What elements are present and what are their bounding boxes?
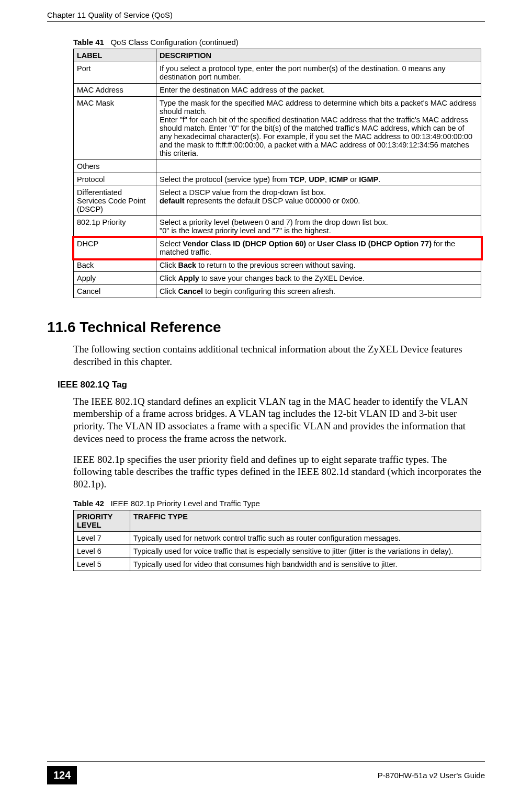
section-intro: The following section contains additiona… — [73, 343, 485, 368]
table-row: MAC Mask Type the mask for the specified… — [74, 97, 481, 160]
table42-head-traffic: TRAFFIC TYPE — [130, 510, 481, 531]
table41-head-label: LABEL — [74, 49, 156, 62]
row-8021p-label: 802.1p Priority — [74, 216, 156, 237]
table-row: Port If you select a protocol type, ente… — [74, 62, 481, 84]
table-row: MAC Address Enter the destination MAC ad… — [74, 84, 481, 97]
table-row: Back Click Back to return to the previou… — [74, 259, 481, 272]
table42-caption-text: IEEE 802.1p Priority Level and Traffic T… — [110, 499, 259, 508]
row-level7-desc: Typically used for network control traff… — [130, 531, 481, 544]
row-dhcp-label: DHCP — [74, 237, 156, 259]
row-port-label: Port — [74, 62, 156, 84]
row-level7-label: Level 7 — [74, 531, 130, 544]
table-row-dhcp: DHCP Select Vendor Class ID (DHCP Option… — [74, 237, 481, 259]
page-number: 124 — [47, 766, 77, 784]
row-macmask-label: MAC Mask — [74, 97, 156, 160]
row-dscp-desc: Select a DSCP value from the drop-down l… — [156, 186, 481, 216]
table42-caption-label: Table 42 — [73, 499, 104, 508]
table-row: Others — [74, 160, 481, 173]
ieee-paragraph-2: IEEE 802.1p specifies the user priority … — [73, 453, 485, 491]
page-footer: 124 P-870HW-51a v2 User's Guide — [0, 761, 532, 784]
table41-caption: Table 41 QoS Class Configuration (contin… — [73, 38, 485, 47]
row-others-desc — [156, 160, 481, 173]
table41-caption-label: Table 41 — [73, 38, 104, 47]
row-macaddr-desc: Enter the destination MAC address of the… — [156, 84, 481, 97]
row-dhcp-desc: Select Vendor Class ID (DHCP Option 60) … — [156, 237, 481, 259]
table-row: Level 6 Typically used for voice traffic… — [74, 544, 481, 557]
row-cancel-desc: Click Cancel to begin configuring this s… — [156, 285, 481, 298]
row-protocol-desc: Select the protocol (service type) from … — [156, 173, 481, 186]
header-rule — [47, 21, 485, 22]
table41-header-row: LABEL DESCRIPTION — [74, 49, 481, 62]
table-row: Level 5 Typically used for video that co… — [74, 557, 481, 571]
table-row: Protocol Select the protocol (service ty… — [74, 173, 481, 186]
row-cancel-label: Cancel — [74, 285, 156, 298]
row-dscp-label: Differentiated Services Code Point (DSCP… — [74, 186, 156, 216]
row-level6-desc: Typically used for voice traffic that is… — [130, 544, 481, 557]
subheading-ieee8021q: IEEE 802.1Q Tag — [58, 380, 485, 390]
table42-head-priority: PRIORITY LEVEL — [74, 510, 130, 531]
table-row: Apply Click Apply to save your changes b… — [74, 272, 481, 285]
table42-header-row: PRIORITY LEVEL TRAFFIC TYPE — [74, 510, 481, 531]
table-row: Level 7 Typically used for network contr… — [74, 531, 481, 544]
row-macmask-desc: Type the mask for the specified MAC addr… — [156, 97, 481, 160]
row-back-label: Back — [74, 259, 156, 272]
guide-name: P-870HW-51a v2 User's Guide — [378, 771, 485, 780]
row-apply-desc: Click Apply to save your changes back to… — [156, 272, 481, 285]
running-header: Chapter 11 Quality of Service (QoS) — [47, 10, 485, 19]
row-back-desc: Click Back to return to the previous scr… — [156, 259, 481, 272]
table-row: Differentiated Services Code Point (DSCP… — [74, 186, 481, 216]
table42: PRIORITY LEVEL TRAFFIC TYPE Level 7 Typi… — [73, 510, 481, 571]
row-others-label: Others — [74, 160, 156, 173]
section-heading-technical-reference: 11.6 Technical Reference — [47, 319, 485, 336]
table41: LABEL DESCRIPTION Port If you select a p… — [73, 49, 481, 298]
ieee-paragraph-1: The IEEE 802.1Q standard defines an expl… — [73, 395, 485, 445]
row-protocol-label: Protocol — [74, 173, 156, 186]
table42-caption: Table 42 IEEE 802.1p Priority Level and … — [73, 499, 485, 508]
table-row: Cancel Click Cancel to begin configuring… — [74, 285, 481, 298]
row-level5-label: Level 5 — [74, 557, 130, 571]
row-port-desc: If you select a protocol type, enter the… — [156, 62, 481, 84]
table-row: 802.1p Priority Select a priority level … — [74, 216, 481, 237]
row-8021p-desc: Select a priority level (between 0 and 7… — [156, 216, 481, 237]
row-macaddr-label: MAC Address — [74, 84, 156, 97]
footer-rule — [47, 761, 485, 762]
row-level6-label: Level 6 — [74, 544, 130, 557]
table41-caption-text: QoS Class Configuration (continued) — [110, 38, 238, 47]
row-apply-label: Apply — [74, 272, 156, 285]
table41-head-desc: DESCRIPTION — [156, 49, 481, 62]
row-level5-desc: Typically used for video that consumes h… — [130, 557, 481, 571]
